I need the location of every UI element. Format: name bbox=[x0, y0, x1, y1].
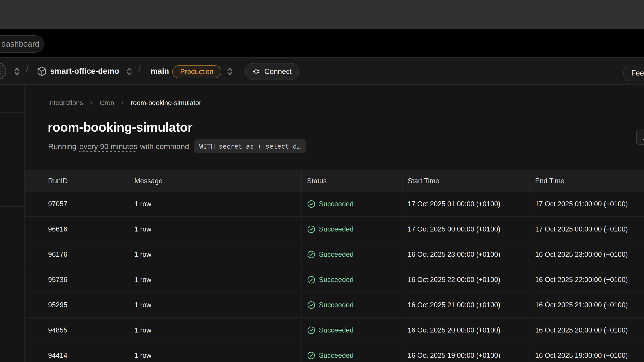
feedback-button-label: Feedb bbox=[631, 69, 644, 77]
cell-runid: 94414 bbox=[24, 343, 129, 362]
status-badge: Succeeded bbox=[319, 276, 354, 284]
breadcrumb-cron[interactable]: Cron bbox=[100, 99, 114, 107]
cell-runid: 96616 bbox=[24, 217, 129, 242]
cell-end-time: 16 Oct 2025 20:00:00 (+0100) bbox=[530, 318, 644, 343]
cell-status: Succeeded bbox=[302, 217, 402, 242]
table-row[interactable]: 94414 1 row Succeeded 16 Oct 2025 19:00:… bbox=[24, 343, 644, 362]
cell-end-time: 16 Oct 2025 19:00:00 (+0100) bbox=[530, 343, 644, 362]
nav-separator: / bbox=[26, 64, 28, 75]
breadcrumb: Integrations Cron room-booking-simulator bbox=[48, 98, 201, 107]
connect-button[interactable]: Connect bbox=[245, 63, 299, 80]
column-header-start-time: Start Time bbox=[402, 171, 530, 191]
cell-status: Succeeded bbox=[302, 267, 402, 292]
cell-runid: 95736 bbox=[24, 267, 129, 292]
status-badge: Succeeded bbox=[319, 225, 354, 233]
cell-end-time: 16 Oct 2025 21:00:00 (+0100) bbox=[530, 293, 644, 317]
table-row[interactable]: 97057 1 row Succeeded 17 Oct 2025 01:00:… bbox=[24, 192, 644, 217]
runs-table-body: 97057 1 row Succeeded 17 Oct 2025 01:00:… bbox=[24, 192, 644, 362]
column-header-status: Status bbox=[302, 171, 402, 191]
cell-status: Succeeded bbox=[302, 192, 402, 216]
check-circle-icon bbox=[307, 200, 316, 208]
cell-status: Succeeded bbox=[302, 293, 402, 317]
project-box-icon bbox=[37, 66, 47, 76]
check-circle-icon bbox=[307, 351, 316, 360]
runs-table: RunID Message Status Start Time End Time… bbox=[24, 170, 644, 362]
status-badge: Succeeded bbox=[319, 352, 354, 360]
command-snippet[interactable]: WITH secret as ( select d… bbox=[194, 139, 306, 153]
cell-runid: 95295 bbox=[24, 293, 129, 317]
cell-start-time: 16 Oct 2025 22:00:00 (+0100) bbox=[402, 267, 530, 292]
page-subtitle: Running every 90 minutes with command WI… bbox=[48, 139, 306, 154]
schedule-text[interactable]: every 90 minutes bbox=[80, 142, 137, 151]
cell-start-time: 16 Oct 2025 19:00:00 (+0100) bbox=[402, 343, 530, 362]
cell-status: Succeeded bbox=[302, 318, 402, 343]
cell-start-time: 16 Oct 2025 21:00:00 (+0100) bbox=[402, 293, 530, 317]
workspace-avatar[interactable] bbox=[0, 62, 6, 79]
runs-table-header: RunID Message Status Start Time End Time bbox=[24, 170, 644, 192]
check-circle-icon bbox=[307, 276, 316, 284]
cell-end-time: 16 Oct 2025 23:00:00 (+0100) bbox=[530, 242, 644, 267]
branch-name[interactable]: main bbox=[151, 67, 169, 75]
window-chrome-bar bbox=[0, 0, 644, 29]
status-badge: Succeeded bbox=[319, 301, 354, 309]
cell-end-time: 17 Oct 2025 00:00:00 (+0100) bbox=[530, 217, 644, 242]
browser-tab-label: dashboard bbox=[1, 39, 39, 49]
plug-icon bbox=[252, 67, 261, 76]
column-header-message: Message bbox=[129, 171, 302, 191]
table-row[interactable]: 94855 1 row Succeeded 16 Oct 2025 20:00:… bbox=[24, 318, 644, 343]
branch-switcher-icon[interactable] bbox=[226, 66, 234, 77]
check-circle-icon bbox=[307, 326, 316, 335]
chevron-right-icon bbox=[120, 100, 126, 106]
left-sidebar-rail bbox=[0, 85, 24, 362]
top-navbar: / smart-office-demo / main Production bbox=[0, 57, 644, 85]
cell-message: 1 row bbox=[129, 217, 302, 242]
column-header-end-time: End Time bbox=[530, 171, 644, 191]
cell-runid: 94855 bbox=[24, 318, 129, 343]
cell-message: 1 row bbox=[129, 267, 302, 292]
cell-message: 1 row bbox=[129, 242, 302, 267]
breadcrumb-current: room-booking-simulator bbox=[131, 99, 201, 107]
cell-message: 1 row bbox=[129, 318, 302, 343]
project-switcher-icon[interactable] bbox=[125, 66, 133, 77]
environment-badge-label: Production bbox=[180, 68, 213, 76]
cell-start-time: 17 Oct 2025 01:00:00 (+0100) bbox=[402, 192, 530, 216]
browser-tab-bar: dashboard bbox=[0, 29, 644, 57]
cell-end-time: 17 Oct 2025 01:00:00 (+0100) bbox=[530, 192, 644, 216]
nav-separator: / bbox=[138, 64, 141, 75]
check-circle-icon bbox=[307, 301, 316, 309]
status-badge: Succeeded bbox=[319, 251, 354, 259]
table-row[interactable]: 96616 1 row Succeeded 17 Oct 2025 00:00:… bbox=[24, 217, 644, 242]
cell-end-time: 16 Oct 2025 22:00:00 (+0100) bbox=[530, 267, 644, 292]
cell-message: 1 row bbox=[129, 343, 302, 362]
cell-status: Succeeded bbox=[302, 343, 402, 362]
cell-runid: 97057 bbox=[24, 192, 129, 216]
check-circle-icon bbox=[307, 250, 316, 259]
status-badge: Succeeded bbox=[319, 326, 354, 334]
table-row[interactable]: 95295 1 row Succeeded 16 Oct 2025 21:00:… bbox=[24, 293, 644, 318]
environment-badge: Production bbox=[172, 65, 222, 78]
cell-start-time: 17 Oct 2025 00:00:00 (+0100) bbox=[402, 217, 530, 242]
project-name[interactable]: smart-office-demo bbox=[50, 67, 119, 75]
partial-action-icon bbox=[643, 135, 644, 140]
cell-start-time: 16 Oct 2025 20:00:00 (+0100) bbox=[402, 318, 530, 343]
browser-tab-dashboard[interactable]: dashboard bbox=[0, 35, 44, 53]
sidebar-divider bbox=[0, 206, 24, 207]
cell-status: Succeeded bbox=[302, 242, 402, 267]
breadcrumb-integrations[interactable]: Integrations bbox=[48, 99, 83, 107]
status-badge: Succeeded bbox=[319, 200, 354, 208]
cell-message: 1 row bbox=[129, 192, 302, 216]
table-row[interactable]: 96176 1 row Succeeded 16 Oct 2025 23:00:… bbox=[24, 242, 644, 267]
cell-start-time: 16 Oct 2025 23:00:00 (+0100) bbox=[402, 242, 530, 267]
subtitle-suffix: with command bbox=[140, 142, 189, 151]
column-header-runid: RunID bbox=[24, 171, 129, 191]
subtitle-prefix: Running bbox=[48, 142, 76, 151]
page-title: room-booking-simulator bbox=[48, 120, 192, 134]
feedback-button[interactable]: Feedb bbox=[623, 64, 644, 81]
table-row[interactable]: 95736 1 row Succeeded 16 Oct 2025 22:00:… bbox=[24, 267, 644, 293]
cell-message: 1 row bbox=[129, 293, 302, 317]
connect-button-label: Connect bbox=[264, 67, 292, 76]
main-content: Integrations Cron room-booking-simulator… bbox=[0, 85, 644, 362]
cell-runid: 96176 bbox=[24, 242, 129, 267]
workspace-switcher-icon[interactable] bbox=[13, 66, 21, 77]
partial-action-button[interactable] bbox=[636, 129, 644, 145]
